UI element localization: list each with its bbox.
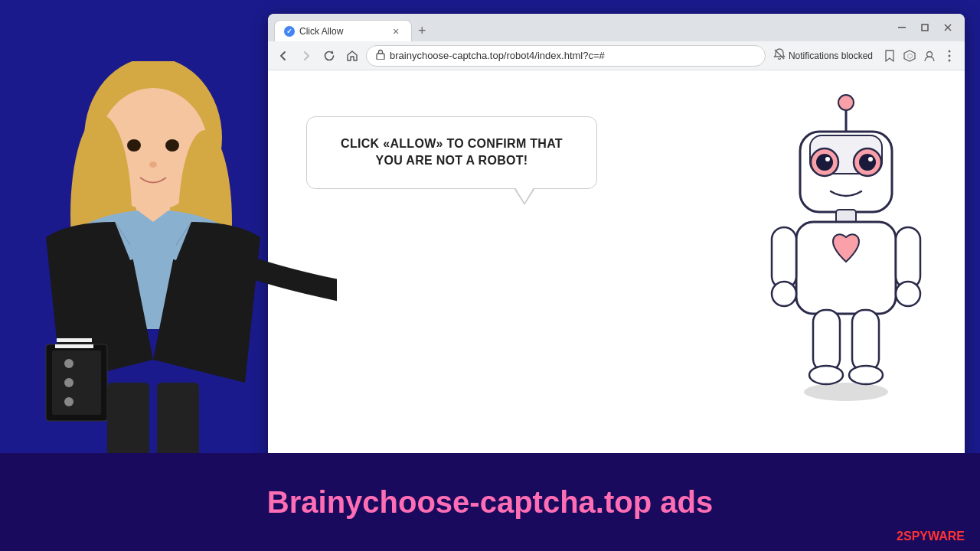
brand-label: 2SPYWARE [897,530,965,543]
minimize-button[interactable] [891,17,913,38]
svg-point-38 [859,154,876,171]
active-tab[interactable]: ✓ Click Allow × [274,20,412,41]
svg-rect-42 [796,222,896,314]
url-text: brainychoose-captcha.top/robot4/index.ht… [390,50,605,61]
svg-point-39 [825,157,830,161]
svg-point-11 [64,359,74,368]
svg-point-7 [149,161,157,168]
svg-point-12 [64,378,74,387]
bell-blocked-icon [773,48,786,63]
tab-close-button[interactable]: × [390,25,402,37]
svg-point-5 [127,139,141,152]
bottom-banner: Brainychoose-captcha.top ads 2SPYWARE [0,453,980,551]
browser-window: ✓ Click Allow × + [268,14,965,458]
extensions-button[interactable]: ⬡ [900,47,919,65]
notifications-blocked-area[interactable]: Notifications blocked [773,48,873,63]
svg-rect-15 [57,338,92,342]
svg-rect-10 [52,350,101,415]
svg-point-46 [896,282,920,306]
lock-icon [376,49,385,62]
speech-bubble-text: CLICK «ALLOW» TO CONFIRM THAT YOU ARE NO… [328,135,575,170]
svg-text:⬡: ⬡ [907,53,913,60]
tab-favicon: ✓ [284,26,295,37]
svg-point-28 [949,54,951,57]
window-controls [891,17,959,38]
tab-bar: ✓ Click Allow × + [274,14,891,41]
toolbar-icons: ⬡ [880,47,959,65]
person-image [0,61,337,467]
svg-point-40 [868,157,873,161]
svg-point-48 [809,366,843,384]
svg-rect-18 [898,27,906,28]
speech-bubble: CLICK «ALLOW» TO CONFIRM THAT YOU ARE NO… [306,116,597,189]
title-bar: ✓ Click Allow × + [268,14,965,41]
svg-rect-14 [55,344,93,348]
svg-rect-43 [772,227,796,289]
web-content: CLICK «ALLOW» TO CONFIRM THAT YOU ARE NO… [268,70,965,458]
svg-rect-19 [922,24,928,31]
tab-title: Click Allow [299,26,343,37]
bookmark-button[interactable] [880,47,899,65]
svg-point-50 [849,366,883,384]
svg-rect-22 [377,54,384,60]
close-window-button[interactable] [937,17,959,38]
profile-button[interactable] [920,47,939,65]
svg-rect-47 [813,310,840,371]
new-tab-button[interactable]: + [412,20,433,41]
svg-point-37 [816,154,833,171]
banner-title: Brainychoose-captcha.top ads [267,485,713,520]
svg-point-30 [804,383,888,401]
url-bar[interactable]: brainychoose-captcha.top/robot4/index.ht… [366,45,766,67]
home-button[interactable] [343,47,361,65]
svg-rect-45 [896,227,920,289]
svg-point-6 [165,139,179,152]
person-svg [0,61,337,467]
svg-point-13 [64,397,74,406]
svg-point-27 [949,50,951,52]
robot-illustration [750,86,942,407]
svg-point-29 [949,59,951,61]
menu-button[interactable] [940,47,959,65]
maximize-button[interactable] [914,17,936,38]
notifications-blocked-label: Notifications blocked [789,51,873,61]
svg-rect-49 [852,310,879,371]
svg-point-32 [838,95,854,110]
svg-point-44 [772,282,796,306]
address-bar: brainychoose-captcha.top/robot4/index.ht… [268,41,965,70]
